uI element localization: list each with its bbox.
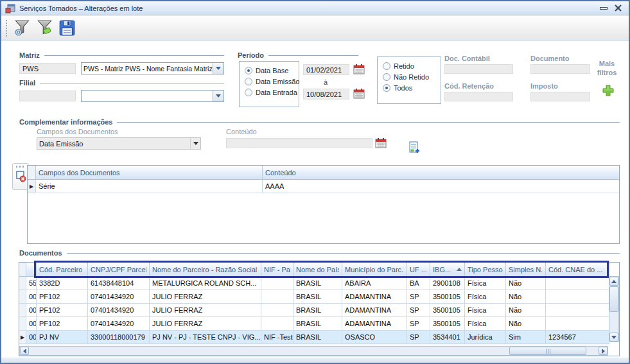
- date-to-calendar-button[interactable]: [353, 88, 365, 102]
- date-from-field[interactable]: 01/02/2021: [303, 64, 349, 75]
- cell-ibge[interactable]: 3534401: [430, 331, 465, 344]
- cell-pais[interactable]: BRASIL: [293, 277, 342, 290]
- cell-tipo[interactable]: Física: [465, 277, 506, 290]
- cell-cnpj[interactable]: 07401434920: [88, 304, 150, 317]
- filter-search-button[interactable]: [12, 19, 32, 38]
- filial-combobox[interactable]: [81, 90, 224, 102]
- cell-cnpj[interactable]: 07401434920: [88, 317, 150, 331]
- cell-filial[interactable]: 55: [26, 277, 37, 290]
- cell-pais[interactable]: BRASIL: [293, 304, 342, 317]
- cell-tipo[interactable]: Física: [465, 304, 506, 317]
- row-indicator-cell[interactable]: [19, 317, 26, 331]
- cell-cnae[interactable]: [546, 277, 609, 290]
- cell-simples[interactable]: Não: [506, 317, 546, 331]
- cell-cnae[interactable]: 1234567: [546, 331, 609, 344]
- table-row[interactable]: 553382D61438448104METALURGICA ROLAND SCH…: [19, 277, 619, 290]
- cell-nif[interactable]: NIF -Teste: [261, 331, 293, 344]
- matriz-dropdown-button[interactable]: [213, 63, 223, 74]
- cell-pais[interactable]: BRASIL: [293, 331, 342, 344]
- cell-cod[interactable]: PF102: [37, 290, 88, 304]
- vertical-scroll-thumb[interactable]: [609, 286, 618, 312]
- cell-municipio[interactable]: ADAMANTINA: [342, 290, 407, 304]
- cell-ibge[interactable]: 2900108: [430, 277, 465, 290]
- column-header[interactable]: NIF - Pa...: [261, 263, 293, 277]
- scroll-right-button[interactable]: [599, 347, 608, 355]
- cell-ibge[interactable]: 3500105: [430, 290, 465, 304]
- cell-nif[interactable]: [261, 290, 293, 304]
- add-field-button[interactable]: [408, 141, 421, 157]
- cell-uf[interactable]: SP: [407, 290, 430, 304]
- cell-uf[interactable]: SP: [407, 331, 430, 344]
- radio-retido[interactable]: Retido: [383, 62, 441, 70]
- cell-nif[interactable]: [261, 277, 293, 290]
- vertical-scrollbar[interactable]: [609, 276, 619, 342]
- cell-cod[interactable]: 3382D: [37, 277, 88, 290]
- scroll-up-button[interactable]: [609, 277, 618, 286]
- cell-municipio[interactable]: ADAMANTINA: [342, 317, 407, 331]
- cell-cnpj[interactable]: 33000118000179: [88, 331, 150, 344]
- cell-cnae[interactable]: [546, 304, 609, 317]
- cell-cnpj[interactable]: 61438448104: [88, 277, 150, 290]
- cell-filial[interactable]: 00: [26, 317, 37, 331]
- cell-ibge[interactable]: 3500105: [430, 317, 465, 331]
- cell-uf[interactable]: SP: [407, 317, 430, 331]
- cell-cod[interactable]: PF102: [37, 304, 88, 317]
- radio-data-base[interactable]: Data Base: [245, 67, 299, 74]
- cell-conteudo[interactable]: AAAA: [263, 180, 619, 193]
- cell-simples[interactable]: Não: [506, 304, 546, 317]
- cell-cnae[interactable]: [546, 317, 609, 331]
- save-button[interactable]: [57, 19, 77, 38]
- filter-clear-button[interactable]: [34, 19, 55, 38]
- imposto-field[interactable]: [530, 92, 590, 101]
- cell-simples[interactable]: Não: [506, 290, 546, 304]
- column-header[interactable]: Nome do Parceiro - Razão Social: [150, 263, 261, 277]
- column-header[interactable]: Cód. Parceiro: [37, 263, 88, 277]
- table-row[interactable]: ▶00PJ NV33000118000179PJ NV - PJ - TESTE…: [19, 331, 619, 344]
- cell-filial[interactable]: 00: [26, 290, 37, 304]
- row-indicator-cell[interactable]: ▶: [28, 180, 36, 193]
- radio-todos[interactable]: Todos: [383, 84, 441, 92]
- radio-data-emissao[interactable]: Data Emissão: [245, 78, 299, 85]
- column-header[interactable]: Cód. CNAE do ...: [546, 263, 609, 277]
- date-to-field[interactable]: 10/08/2021: [303, 89, 349, 100]
- cell-nif[interactable]: [261, 317, 293, 331]
- filial-dropdown-button[interactable]: [213, 91, 223, 101]
- cell-simples[interactable]: Não: [506, 277, 546, 290]
- column-header[interactable]: Nome do País: [293, 263, 342, 277]
- column-header[interactable]: Município do Parc...: [342, 263, 407, 277]
- horizontal-scroll-thumb[interactable]: [509, 347, 586, 355]
- cell-filial[interactable]: 00: [26, 331, 37, 344]
- row-indicator-cell[interactable]: [19, 290, 26, 304]
- cell-nif[interactable]: [261, 304, 293, 317]
- cell-filial[interactable]: 00: [26, 304, 37, 317]
- radio-nao-retido[interactable]: Não Retido: [383, 73, 441, 81]
- cell-nome[interactable]: METALURGICA ROLAND SCH...: [150, 277, 261, 290]
- cell-tipo[interactable]: Física: [465, 317, 506, 331]
- cell-cod[interactable]: PJ NV: [37, 331, 88, 344]
- matriz-code-field[interactable]: PWS: [19, 63, 76, 74]
- table-row[interactable]: 00PF10207401434920JULIO FERRAZBRASILADAM…: [19, 304, 619, 317]
- row-indicator-cell[interactable]: ▶: [19, 331, 26, 344]
- cell-municipio[interactable]: ADAMANTINA: [342, 304, 407, 317]
- cell-pais[interactable]: BRASIL: [293, 317, 342, 331]
- cell-tipo[interactable]: Física: [465, 290, 506, 304]
- column-header[interactable]: Simples N...: [506, 263, 546, 277]
- filial-column-header[interactable]: [26, 263, 37, 277]
- table-row[interactable]: 00PF10207401434920JULIO FERRAZBRASILADAM…: [19, 290, 619, 304]
- radio-data-entrada[interactable]: Data Entrada: [245, 89, 299, 96]
- column-header[interactable]: Conteúdo: [263, 166, 619, 180]
- column-header[interactable]: Tipo Pessoa: [465, 263, 506, 277]
- scroll-down-button[interactable]: [609, 333, 618, 342]
- cell-ibge[interactable]: 3500105: [430, 304, 465, 317]
- cell-nome[interactable]: PJ NV - PJ - TESTE CNPJ - VIG...: [150, 331, 261, 344]
- row-indicator-cell[interactable]: [19, 277, 26, 290]
- column-header[interactable]: IBG...: [430, 263, 465, 277]
- title-bar[interactable]: Serviços Tomados – Alterações em lote: [1, 1, 629, 15]
- cell-nome[interactable]: JULIO FERRAZ: [150, 290, 261, 304]
- toolbar-grip[interactable]: [6, 20, 8, 37]
- cell-nome[interactable]: JULIO FERRAZ: [150, 304, 261, 317]
- conteudo-calendar-button[interactable]: [375, 137, 387, 152]
- cell-cod[interactable]: PF102: [37, 317, 88, 331]
- scroll-left-button[interactable]: [20, 347, 29, 355]
- cell-pais[interactable]: BRASIL: [293, 290, 342, 304]
